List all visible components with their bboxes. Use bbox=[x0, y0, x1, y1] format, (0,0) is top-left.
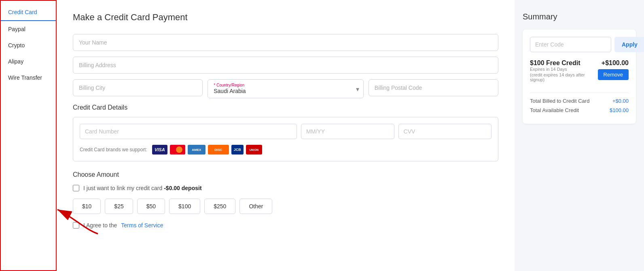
total-billed-value: +$0.00 bbox=[612, 98, 629, 104]
summary-panel: Summary Apply $100 Free Credit Expires i… bbox=[515, 0, 644, 271]
card-inputs-row bbox=[80, 124, 491, 139]
billing-location-row: * Country/Region Saudi Arabia United Sta… bbox=[73, 79, 498, 98]
total-credit-row: Total Available Credit $100.00 bbox=[530, 107, 629, 113]
card-number-input[interactable] bbox=[80, 124, 297, 139]
card-brands-row: Credit Card brands we support: VISA AMEX… bbox=[80, 145, 491, 155]
sidebar-item-wire-transfer[interactable]: Wire Transfer bbox=[1, 70, 56, 86]
sidebar-item-credit-card[interactable]: Credit Card bbox=[1, 4, 56, 21]
billing-city-wrapper bbox=[73, 79, 203, 98]
country-region-wrapper: * Country/Region Saudi Arabia United Sta… bbox=[208, 79, 364, 98]
coupon-input[interactable] bbox=[530, 37, 611, 52]
card-expiry-input[interactable] bbox=[301, 124, 394, 139]
discover-icon: DISC bbox=[208, 145, 229, 155]
coupon-row: Apply bbox=[530, 37, 629, 52]
country-label: * Country/Region bbox=[214, 83, 358, 87]
summary-box: Apply $100 Free Credit Expires in 14 Day… bbox=[523, 30, 636, 124]
amount-btn-25[interactable]: $25 bbox=[105, 199, 133, 214]
terms-link[interactable]: Terms of Service bbox=[121, 222, 163, 229]
card-cvv-input[interactable] bbox=[398, 124, 491, 139]
total-credit-value: $100.00 bbox=[610, 107, 629, 113]
billing-address-input[interactable] bbox=[73, 57, 498, 74]
amount-btn-10[interactable]: $10 bbox=[73, 199, 101, 214]
billing-address-group bbox=[73, 57, 498, 74]
visa-icon: VISA bbox=[152, 145, 167, 155]
terms-row: I Agree to the Terms of Service bbox=[73, 222, 498, 229]
credit-title: $100 Free Credit bbox=[530, 59, 598, 67]
sidebar: Credit Card Paypal Crypto Alipay Wire Tr… bbox=[0, 0, 57, 271]
amount-buttons: $10 $25 $50 $100 $250 Other bbox=[73, 199, 498, 214]
apply-button[interactable]: Apply bbox=[614, 37, 644, 52]
amount-btn-other[interactable]: Other bbox=[239, 199, 272, 214]
country-select-container: * Country/Region Saudi Arabia United Sta… bbox=[208, 79, 364, 98]
unionpay-icon: UNION bbox=[246, 145, 262, 155]
card-details-title: Credit Card Details bbox=[73, 104, 498, 111]
country-select[interactable]: Saudi Arabia United States United Kingdo… bbox=[214, 88, 358, 94]
credit-info: $100 Free Credit Expires in 14 Days (cre… bbox=[530, 59, 598, 88]
divider bbox=[530, 93, 629, 93]
amex-icon: AMEX bbox=[188, 145, 205, 155]
mastercard-icon bbox=[170, 145, 185, 155]
credit-right: +$100.00 Remove bbox=[598, 59, 629, 80]
card-brands-label: Credit Card brands we support: bbox=[80, 147, 147, 152]
sidebar-item-crypto[interactable]: Crypto bbox=[1, 37, 56, 53]
link-deposit-amount: -$0.00 deposit bbox=[164, 185, 201, 191]
jcb-icon: JCB bbox=[231, 145, 244, 155]
link-card-label: I just want to link my credit card -$0.0… bbox=[83, 185, 202, 191]
billing-city-input[interactable] bbox=[73, 79, 203, 96]
main-content: Make a Credit Card Payment * Country/Reg… bbox=[57, 0, 515, 271]
total-billed-row: Total Billed to Credit Card +$0.00 bbox=[530, 98, 629, 104]
sidebar-item-paypal[interactable]: Paypal bbox=[1, 21, 56, 37]
credit-header-row: $100 Free Credit Expires in 14 Days (cre… bbox=[530, 59, 629, 88]
postal-code-wrapper bbox=[369, 79, 498, 98]
remove-button[interactable]: Remove bbox=[598, 69, 629, 80]
sidebar-item-alipay[interactable]: Alipay bbox=[1, 53, 56, 70]
amount-btn-250[interactable]: $250 bbox=[204, 199, 235, 214]
svg-point-2 bbox=[176, 146, 182, 153]
terms-checkbox[interactable] bbox=[73, 222, 79, 229]
total-billed-label: Total Billed to Credit Card bbox=[530, 98, 589, 104]
amount-btn-50[interactable]: $50 bbox=[137, 199, 165, 214]
choose-amount-title: Choose Amount bbox=[73, 171, 498, 178]
expires-note: (credit expires 14 days after signup) bbox=[530, 72, 598, 82]
card-details-box: Credit Card brands we support: VISA AMEX… bbox=[73, 117, 498, 161]
billing-postal-input[interactable] bbox=[369, 79, 498, 96]
terms-label: I Agree to the bbox=[83, 222, 117, 229]
total-credit-label: Total Available Credit bbox=[530, 107, 579, 113]
your-name-group bbox=[73, 34, 498, 51]
summary-title: Summary bbox=[523, 12, 636, 21]
amount-btn-100[interactable]: $100 bbox=[169, 199, 200, 214]
expires-badge: Expires in 14 Days bbox=[530, 67, 598, 72]
link-card-row: I just want to link my credit card -$0.0… bbox=[73, 185, 498, 191]
link-card-checkbox[interactable] bbox=[73, 185, 79, 191]
your-name-input[interactable] bbox=[73, 34, 498, 51]
credit-amount: +$100.00 bbox=[602, 59, 629, 67]
page-title: Make a Credit Card Payment bbox=[73, 12, 498, 23]
